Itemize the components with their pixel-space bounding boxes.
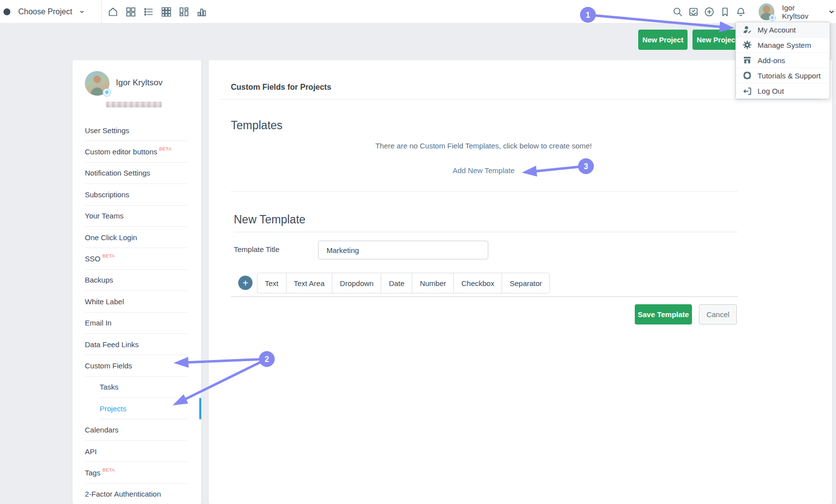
quick-add-icon[interactable]	[703, 6, 715, 18]
sidebar-item-label: User Settings	[85, 126, 129, 135]
sidebar-item-label: Calendars	[85, 426, 118, 434]
sidebar-item-tags[interactable]: TagsBETA	[85, 462, 187, 483]
notifications-bell-icon[interactable]	[735, 6, 747, 18]
menu-item-my-account[interactable]: My Account	[736, 22, 830, 37]
sidebar-item-2-factor-authentication[interactable]: 2-Factor Authentication	[85, 484, 187, 504]
project-switcher-label: Choose Project	[18, 7, 72, 16]
new-project-button[interactable]: New Project	[638, 30, 688, 50]
logout-icon	[742, 86, 752, 96]
divider	[231, 296, 738, 297]
list-view-icon[interactable]	[143, 6, 154, 18]
add-field-plus-button[interactable]: +	[238, 276, 253, 290]
templates-empty-message: There are no Custom Field Templates, cli…	[231, 142, 736, 150]
sidebar-item-label: Projects	[100, 404, 126, 413]
grid-view-icon[interactable]	[160, 6, 172, 18]
menu-label: Log Out	[758, 87, 784, 95]
account-dropdown-menu: My Account Manage System Add-ons Tutoria…	[735, 22, 830, 99]
board-view-icon[interactable]	[178, 6, 190, 18]
sidebar-item-label: 2-Factor Authentication	[85, 490, 161, 498]
sidebar-item-custom-fields-tasks[interactable]: Tasks	[100, 377, 187, 398]
sidebar-item-label: Custom Fields	[85, 361, 132, 370]
app-root: Choose Project	[0, 0, 836, 504]
templates-heading: Templates	[231, 119, 283, 132]
field-type-number[interactable]: Number	[412, 273, 453, 293]
field-type-dropdown[interactable]: Dropdown	[332, 273, 381, 293]
sidebar-item-notification-settings[interactable]: Notification Settings	[85, 163, 187, 184]
user-avatar[interactable]: ❄	[759, 3, 774, 20]
sidebar-item-custom-fields[interactable]: Custom Fields	[85, 355, 187, 376]
menu-item-tutorials-support[interactable]: Tutorials & Support	[736, 68, 830, 83]
sidebar-item-custom-fields-projects[interactable]: Projects	[100, 398, 187, 419]
sidebar-profile: ❄ Igor Kryltsov	[73, 60, 201, 120]
sidebar-item-one-click-login[interactable]: One Click Login	[85, 227, 187, 248]
menu-item-manage-system[interactable]: Manage System	[736, 37, 830, 53]
topbar-user-name[interactable]: Igor Kryltsov	[782, 3, 820, 20]
settings-sidebar: ❄ Igor Kryltsov User Settings Custom edi…	[73, 60, 201, 504]
bookmarks-icon[interactable]	[719, 6, 731, 18]
page-title: Custom Fields for Projects	[231, 83, 331, 92]
beta-badge: BETA	[103, 253, 115, 258]
sidebar-menu: User Settings Custom editor buttonsBETA …	[73, 120, 201, 504]
sidebar-item-subscriptions[interactable]: Subscriptions	[85, 184, 187, 205]
field-type-text-area[interactable]: Text Area	[286, 273, 332, 293]
menu-label: Manage System	[758, 41, 811, 49]
search-icon[interactable]	[672, 6, 684, 18]
sidebar-item-your-teams[interactable]: Your Teams	[85, 206, 187, 227]
field-type-checkbox[interactable]: Checkbox	[453, 273, 502, 293]
avatar-status-badge: ❄	[769, 14, 776, 21]
sidebar-item-custom-editor-buttons[interactable]: Custom editor buttonsBETA	[85, 141, 187, 162]
sidebar-item-label: White Label	[85, 297, 124, 306]
chevron-down-icon	[78, 8, 86, 16]
sidebar-item-email-in[interactable]: Email In	[85, 313, 187, 334]
field-type-selector: Text Text Area Dropdown Date Number Chec…	[257, 273, 550, 293]
top-bar: Choose Project	[0, 0, 836, 24]
user-icon	[742, 25, 752, 35]
new-template-heading: New Template	[234, 213, 305, 226]
sidebar-item-label: Data Feed Links	[85, 340, 139, 349]
divider	[231, 191, 738, 192]
account-chevron-down-icon[interactable]	[827, 7, 836, 16]
save-template-button[interactable]: Save Template	[635, 304, 692, 324]
help-icon	[742, 71, 752, 80]
menu-label: My Account	[758, 26, 796, 34]
new-project-button-secondary[interactable]: New Project	[692, 30, 742, 50]
menu-item-add-ons[interactable]: Add-ons	[736, 53, 830, 68]
sidebar-item-label: Backups	[85, 276, 113, 284]
sidebar-user-name: Igor Kryltsov	[116, 78, 162, 88]
custom-fields-panel: Custom Fields for Projects Templates The…	[209, 60, 832, 504]
reports-chart-icon[interactable]	[196, 6, 208, 18]
beta-badge: BETA	[159, 146, 172, 151]
sidebar-avatar: ❄	[85, 71, 109, 96]
menu-label: Tutorials & Support	[758, 72, 821, 80]
sidebar-item-user-settings[interactable]: User Settings	[85, 120, 187, 141]
gear-icon	[742, 40, 752, 50]
project-switcher[interactable]: Choose Project	[0, 0, 86, 24]
sidebar-item-backups[interactable]: Backups	[85, 270, 187, 291]
sidebar-item-label: Tags	[85, 468, 101, 477]
sidebar-item-white-label[interactable]: White Label	[85, 291, 187, 312]
add-new-template-link[interactable]: Add New Template	[453, 166, 515, 175]
sidebar-item-label: Email In	[85, 319, 111, 327]
project-color-dot	[3, 8, 10, 15]
cancel-button[interactable]: Cancel	[699, 304, 737, 324]
add-template-row: Add New Template	[231, 166, 736, 175]
avatar-status-badge: ❄	[103, 88, 111, 97]
field-type-separator[interactable]: Separator	[502, 273, 549, 293]
menu-item-log-out[interactable]: Log Out	[736, 83, 830, 99]
divider	[219, 99, 821, 100]
sidebar-item-api[interactable]: API	[85, 441, 187, 462]
dashboard-grid-icon[interactable]	[125, 6, 137, 18]
sidebar-item-calendars[interactable]: Calendars	[85, 419, 187, 440]
sidebar-item-sso[interactable]: SSOBETA	[85, 248, 187, 269]
sidebar-item-label: SSO	[85, 254, 101, 263]
field-type-text[interactable]: Text	[257, 273, 286, 293]
home-icon[interactable]	[107, 6, 119, 18]
sidebar-item-label: One Click Login	[85, 233, 137, 242]
divider	[234, 232, 738, 232]
topbar-actions: ❄ Igor Kryltsov	[672, 0, 836, 24]
sidebar-item-data-feed-links[interactable]: Data Feed Links	[85, 334, 187, 355]
sidebar-item-label: Tasks	[100, 383, 118, 391]
template-title-input[interactable]	[318, 241, 488, 259]
todo-inbox-icon[interactable]	[688, 6, 699, 18]
field-type-date[interactable]: Date	[381, 273, 412, 293]
